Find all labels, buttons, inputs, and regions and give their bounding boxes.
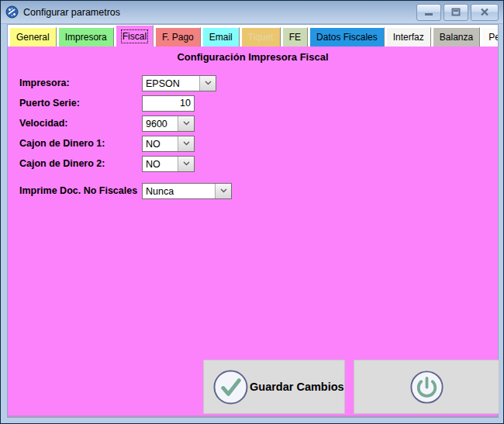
check-icon — [212, 369, 249, 405]
tab-balanza[interactable]: Balanza — [433, 27, 480, 47]
chevron-down-icon[interactable] — [199, 76, 216, 91]
field-label-cajon-dinero-1: Cajon de Dinero 1: — [19, 138, 142, 149]
tab-label: Email — [209, 32, 233, 43]
tab-tiquet[interactable]: Tiquet — [241, 27, 281, 47]
field-row-puerto-serie: Puerto Serie: — [8, 93, 498, 113]
restore-icon — [451, 8, 461, 16]
field-row-imprime-doc-no-fiscales: Imprime Doc. No FiscalesNunca — [8, 181, 498, 201]
field-label-imprime-doc-no-fiscales: Imprime Doc. No Fiscales — [19, 185, 142, 196]
dialog-client-area: GeneralImpresoraFiscalF. PagoEmailTiquet… — [7, 24, 499, 418]
form-fields: Impresora:EPSONPuerto Serie:Velocidad:96… — [8, 73, 498, 201]
close-icon — [480, 8, 489, 16]
app-icon — [5, 5, 19, 19]
tab-label: Datos Fiscales — [316, 32, 378, 43]
field-row-cajon-dinero-1: Cajon de Dinero 1:NO — [8, 133, 498, 153]
tab-label: General — [16, 32, 50, 43]
tab-fe[interactable]: FE — [282, 27, 308, 47]
window-controls — [416, 4, 499, 21]
tab-bar: GeneralImpresoraFiscalF. PagoEmailTiquet… — [8, 25, 498, 47]
chevron-down-icon[interactable] — [215, 184, 231, 198]
power-button[interactable] — [354, 360, 499, 414]
restore-button[interactable] — [444, 4, 468, 21]
field-label-velocidad: Velocidad: — [19, 118, 142, 129]
impresora-selected-value: EPSON — [143, 76, 199, 91]
window: Configurar parametros GeneralImpresoraFi… — [0, 0, 504, 424]
tab-label: Pedidos — [488, 32, 498, 43]
minimize-button[interactable] — [416, 4, 441, 21]
cajon-dinero-1-selected-value: NO — [143, 136, 178, 151]
window-title: Configurar parametros — [23, 7, 416, 18]
guardar-cambios-button[interactable]: Guardar Cambios — [203, 360, 345, 414]
cajon-dinero-2-selected-value: NO — [143, 157, 178, 171]
imprime-doc-no-fiscales-selected-value: Nunca — [143, 184, 215, 198]
panel-heading: Configuración Impresora Fiscal — [8, 47, 498, 63]
cajon-dinero-1-select[interactable]: NO — [142, 136, 195, 152]
chevron-down-icon[interactable] — [178, 116, 194, 131]
power-icon — [409, 370, 444, 405]
guardar-cambios-label: Guardar Cambios — [250, 381, 344, 393]
field-row-impresora: Impresora:EPSON — [8, 73, 498, 93]
tab-pedidos[interactable]: Pedidos — [482, 27, 498, 47]
field-row-velocidad: Velocidad:9600 — [8, 113, 498, 133]
velocidad-select[interactable]: 9600 — [142, 115, 195, 132]
field-label-impresora: Impresora: — [19, 78, 142, 88]
tab-label: Interfaz — [393, 32, 424, 43]
tab-label: Fiscal — [123, 31, 147, 42]
titlebar[interactable]: Configurar parametros — [1, 1, 503, 24]
impresora-select[interactable]: EPSON — [142, 75, 216, 91]
imprime-doc-no-fiscales-select[interactable]: Nunca — [142, 183, 232, 199]
tab-email[interactable]: Email — [202, 27, 240, 47]
chevron-down-icon[interactable] — [178, 136, 194, 151]
tab-general[interactable]: General — [9, 27, 57, 47]
cajon-dinero-2-select[interactable]: NO — [142, 156, 195, 172]
tab-label: Tiquet — [248, 32, 274, 43]
tab-datos-fiscales[interactable]: Datos Fiscales — [309, 27, 385, 47]
close-button[interactable] — [471, 4, 499, 21]
tab-f-pago[interactable]: F. Pago — [155, 27, 201, 47]
tab-label: Impresora — [65, 32, 107, 43]
tab-label: Balanza — [440, 32, 473, 43]
tab-label: FE — [289, 32, 301, 43]
velocidad-selected-value: 9600 — [143, 116, 178, 131]
fiscal-tab-panel: Configuración Impresora Fiscal Impresora… — [8, 47, 498, 417]
field-label-cajon-dinero-2: Cajon de Dinero 2: — [19, 158, 142, 169]
tab-impresora[interactable]: Impresora — [58, 27, 114, 47]
field-row-cajon-dinero-2: Cajon de Dinero 2:NO — [8, 153, 498, 174]
chevron-down-icon[interactable] — [178, 157, 194, 171]
puerto-serie-input[interactable] — [142, 95, 195, 112]
field-label-puerto-serie: Puerto Serie: — [19, 98, 142, 109]
tab-label: F. Pago — [162, 32, 194, 43]
tab-fiscal[interactable]: Fiscal — [116, 25, 154, 47]
minimize-icon — [424, 9, 433, 16]
tab-interfaz[interactable]: Interfaz — [386, 27, 431, 47]
